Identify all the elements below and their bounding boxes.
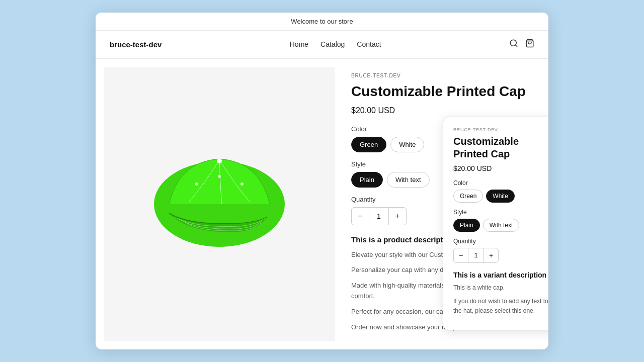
main-content: BRUCE-TEST-DEV Customizable Printed Cap … (96, 59, 548, 350)
nav-catalog[interactable]: Catalog (320, 40, 345, 48)
quantity-value: 1 (369, 208, 389, 225)
popup-style-options: Plain With text (453, 219, 548, 232)
popup-quantity-control: − 1 + (453, 248, 499, 263)
cart-icon[interactable] (525, 39, 534, 50)
nav-contact[interactable]: Contact (357, 40, 381, 48)
svg-point-6 (240, 183, 244, 186)
color-white-button[interactable]: White (390, 137, 424, 152)
popup-store-tag: BRUCE-TEST-DEV (453, 127, 548, 132)
popup-style-plain-button[interactable]: Plain (453, 219, 480, 232)
popup-style-label: Style (453, 209, 548, 216)
color-green-button[interactable]: Green (351, 137, 386, 152)
popup-color-options: Green White (453, 190, 548, 203)
quantity-control: − 1 + (351, 207, 407, 225)
popup-variant-title: This is a variant description (453, 271, 548, 279)
popup-color-green-button[interactable]: Green (453, 190, 483, 203)
svg-point-5 (195, 183, 198, 186)
header-actions (509, 39, 534, 50)
svg-line-1 (515, 45, 517, 46)
popup-product-title: Customizable Printed Cap (453, 135, 548, 160)
style-plain-button[interactable]: Plain (351, 172, 383, 188)
main-nav: Home Catalog Contact (290, 40, 381, 48)
popup-color-white-button[interactable]: White (486, 190, 515, 203)
logo: bruce-test-dev (110, 40, 162, 49)
popup-card: BRUCE-TEST-DEV Customizable Printed Cap … (443, 117, 548, 331)
nav-home[interactable]: Home (290, 40, 308, 48)
svg-point-4 (217, 158, 222, 163)
svg-point-7 (218, 175, 221, 178)
browser-window: Welcome to our store bruce-test-dev Home… (96, 13, 548, 350)
product-image (139, 134, 300, 275)
header: bruce-test-dev Home Catalog Contact (96, 31, 548, 59)
popup-variant-p1: This is a white cap. (453, 283, 548, 293)
style-withtext-button[interactable]: With text (387, 172, 430, 188)
store-tag: BRUCE-TEST-DEV (351, 73, 536, 78)
popup-style-withtext-button[interactable]: With text (483, 219, 520, 232)
announcement-bar: Welcome to our store (96, 13, 548, 31)
popup-quantity-increase-button[interactable]: + (484, 248, 498, 262)
product-price: $20.00 USD (351, 106, 536, 115)
popup-variant-p2: If you do not wish to add any text to th… (453, 297, 548, 316)
quantity-decrease-button[interactable]: − (352, 208, 369, 225)
popup-price: $20.00 USD (453, 164, 548, 172)
announcement-text: Welcome to our store (291, 18, 353, 25)
popup-quantity-decrease-button[interactable]: − (454, 248, 468, 262)
quantity-increase-button[interactable]: + (389, 208, 406, 225)
search-icon[interactable] (509, 39, 518, 50)
popup-quantity-label: Quantity (453, 238, 548, 245)
popup-quantity-value: 1 (468, 248, 484, 262)
product-title: Customizable Printed Cap (351, 82, 536, 100)
popup-color-label: Color (453, 179, 548, 187)
product-image-container (104, 67, 335, 342)
